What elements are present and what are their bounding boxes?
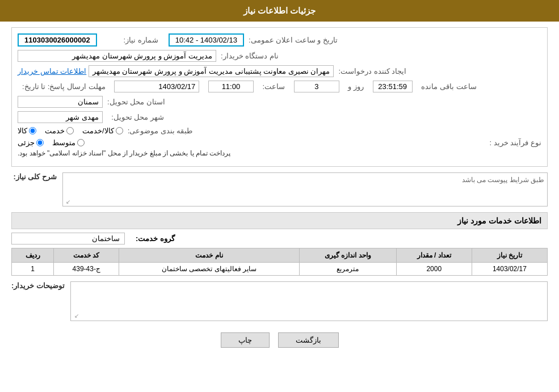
sharh-section: طبق شرایط پیوست می باشد ↙ شرح کلی نیاز: [11,172,548,206]
tarikh-aalan-value: 1403/02/13 - 10:42 [169,33,244,47]
tawzih-label: توضیحات خریدار: [11,281,65,290]
nam-dastgah-label: نام دستگاه خریدار: [221,52,279,60]
radio-kala-khedmat-item[interactable]: کالا/خدمت [82,127,123,135]
radio-motawaset[interactable] [77,139,85,146]
radio-kala-item[interactable]: کالا [18,127,36,135]
radio-motawaset-label: متوسط [52,138,75,147]
radio-jezee[interactable] [36,139,44,146]
content-area: تاریخ و ساعت اعلان عمومی: 1403/02/13 - 1… [0,22,559,359]
mohlet-roz-label: روز و [348,82,364,91]
radio-kala-label: کالا [18,127,27,135]
page-header: جزئیات اطلاعات نیاز [0,0,559,22]
back-button[interactable]: بازگشت [278,332,339,348]
page-wrapper: جزئیات اطلاعات نیاز تاریخ و ساعت اعلان ع… [0,0,559,392]
services-table: تاریخ نیاز تعداد / مقدار واحد اندازه گیر… [11,248,548,276]
shahr-label: شهر محل تحویل: [107,113,164,121]
tabaqe-radio-group: کالا/خدمت خدمت کالا [18,127,123,135]
radio-khedmat-item[interactable]: خدمت [45,127,74,135]
cell-radif: 1 [12,263,54,276]
col-kod: کد خدمت [54,248,119,263]
tabaqe-label: طبقه بندی موضوعی: [128,127,193,135]
mohlet-label: مهلت ارسال پاسخ: تا تاریخ: [22,82,106,91]
sharh-value: طبق شرایط پیوست می باشد [462,176,544,184]
page-title: جزئیات اطلاعات نیاز [243,6,316,15]
tawzih-box: ↙ [70,281,548,321]
col-tedad: تعداد / مقدار [396,248,472,263]
table-row: 1403/02/17 2000 مترمربع سایر فعالیتهای ت… [12,263,548,276]
mohlet-row: ساعت باقی مانده 23:51:59 روز و 3 ساعت: 1… [18,81,541,92]
ostan-value: سمنان [18,96,103,108]
gorohe-khedmat-value: ساختمان [11,233,125,245]
tabaqe-row: طبقه بندی موضوعی: کالا/خدمت خدمت کالا [18,127,541,135]
mohlet-time-label: ساعت: [263,82,285,91]
radio-khedmat-label: خدمت [45,127,65,135]
tarikh-aalan-label: تاریخ و ساعت اعلان عمومی: [249,36,338,44]
tawzih-section: ↙ توضیحات خریدار: [11,281,548,321]
shomara-row: تاریخ و ساعت اعلان عمومی: 1403/02/13 - 1… [18,33,541,47]
radio-kala[interactable] [29,127,36,134]
noea-farayand-label: نوع فرآیند خرید : [485,138,541,147]
process-note: پرداخت تمام یا بخشی از مبلغ خریدار از مح… [18,149,230,157]
ijad-konande-label: ایجاد کننده درخواست: [338,67,406,75]
resize-handle[interactable]: ↙ [64,199,70,205]
cell-kod: ج-43-439 [54,263,119,276]
gorohe-khedmat-row: گروه خدمت: ساختمان [11,233,548,245]
gorohe-khedmat-label: گروه خدمت: [129,234,175,243]
mohlet-time: 11:00 [208,81,254,92]
shomara-niaz-label: شماره نیاز: [102,36,158,44]
sharh-box: طبق شرایط پیوست می باشد ↙ [62,172,548,206]
cell-nam: سایر فعالیتهای تخصصی ساختمان [119,263,300,276]
radio-kala-khedmat-label: کالا/خدمت [82,127,114,135]
cell-tedad: 2000 [396,263,472,276]
noea-farayand-row: نوع فرآیند خرید : متوسط جزئی پرداخت تمام… [18,138,541,157]
print-button[interactable]: چاپ [221,332,270,348]
ostan-row: استان محل تحویل: سمنان [18,96,541,108]
mohlet-countdown: 23:51:59 [373,81,413,92]
ostan-label: استان محل تحویل: [107,98,165,106]
col-tarikh: تاریخ نیاز [472,248,547,263]
radio-jezee-item[interactable]: جزئی [18,138,44,147]
shahr-row: شهر محل تحویل: مهدی شهر [18,111,541,123]
col-vahed: واحد اندازه گیری [300,248,397,263]
col-radif: ردیف [12,248,54,263]
ijad-row: ایجاد کننده درخواست: مهران نصیری معاونت … [18,65,541,77]
button-row: بازگشت چاپ [11,327,548,353]
nam-dastgah-row: نام دستگاه خریدار: مدیریت آموزش و پرورش … [18,50,541,62]
ijad-konande-value: مهران نصیری معاونت پشتیبانی مدیریت آموزش… [89,65,334,77]
main-form-section: تاریخ و ساعت اعلان عمومی: 1403/02/13 - 1… [11,27,548,167]
nam-dastgah-value: مدیریت آموزش و پرورش شهرستان مهدیشهر [18,50,216,62]
aetilaat-link[interactable]: اطلاعات تماس خریدار [18,67,86,75]
shomara-niaz-value: 1103030026000002 [18,33,97,47]
cell-tarikh: 1403/02/17 [472,263,547,276]
radio-jezee-label: جزئی [18,138,35,147]
mohlet-date: 1403/02/17 [114,81,199,92]
services-section-title: اطلاعات خدمات مورد نیاز [11,212,548,229]
mohlet-countdown-label: ساعت باقی مانده [421,82,476,91]
sharh-box-wrapper: طبق شرایط پیوست می باشد ↙ [62,172,548,206]
radio-khedmat[interactable] [66,127,74,134]
radio-motawaset-item[interactable]: متوسط [52,138,85,147]
radio-kala-khedmat[interactable] [116,127,123,134]
col-nam: نام خدمت [119,248,300,263]
mohlet-roz: 3 [294,81,339,92]
farayand-radio-group: متوسط جزئی [18,138,85,147]
cell-vahed: مترمربع [300,263,397,276]
shahr-value: مهدی شهر [18,111,103,123]
sharh-label: شرح کلی نیاز: [11,172,57,181]
tawzih-resize-handle[interactable]: ↙ [72,313,79,319]
